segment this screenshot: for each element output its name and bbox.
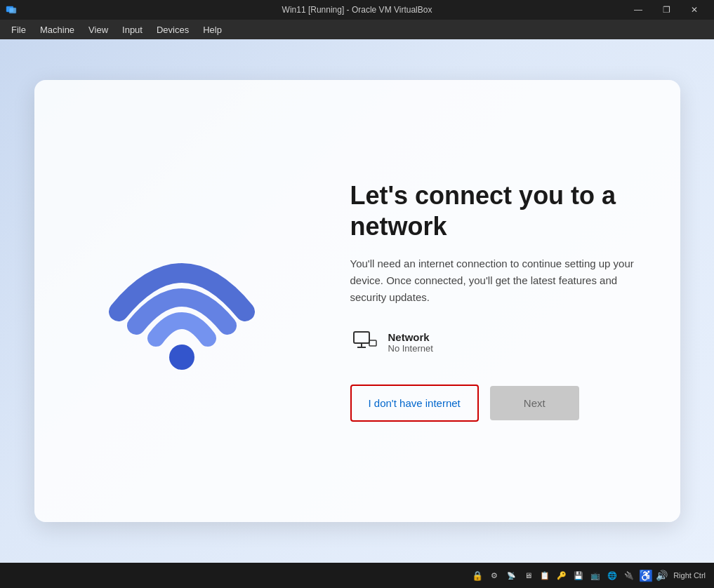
tray-icon-1: 🔒	[470, 568, 484, 582]
tray-icon-8: 📺	[588, 568, 602, 582]
accessibility-icon: ♿	[639, 569, 653, 582]
menu-bar: File Machine View Input Devices Help	[0, 20, 714, 39]
wifi-illustration	[105, 224, 259, 378]
taskbar: 🔒 ⚙ 📡 🖥 📋 🔑 💾 📺 🌐 🔌 ♿ 🔊 Right Ctrl	[0, 563, 714, 588]
svg-rect-3	[354, 332, 369, 343]
tray-icon-5: 📋	[538, 568, 552, 582]
network-icon-wrapper	[350, 328, 378, 356]
network-item: Network No Internet	[350, 328, 645, 356]
minimize-button[interactable]: —	[624, 0, 652, 20]
title-bar-controls: — ❐ ✕	[624, 0, 708, 20]
svg-rect-1	[9, 8, 16, 13]
buttons-area: I don't have internet Next	[350, 385, 645, 422]
tray-icon-6: 🔑	[555, 568, 569, 582]
taskbar-system-icons: 🔒 ⚙ 📡 🖥 📋 🔑 💾 📺 🌐 🔌 ♿ 🔊 Right Ctrl	[470, 568, 706, 582]
title-bar-left	[6, 4, 17, 15]
right-ctrl-label: Right Ctrl	[673, 571, 706, 580]
tray-icon-7: 💾	[571, 568, 586, 582]
menu-input[interactable]: Input	[117, 22, 148, 37]
tray-icon-9: 🌐	[605, 568, 619, 582]
no-internet-button[interactable]: I don't have internet	[350, 385, 479, 422]
setup-title: Let's connect you to a network	[350, 180, 645, 241]
network-info: Network No Internet	[388, 331, 433, 354]
tray-icon-2: ⚙	[487, 568, 501, 582]
network-status: No Internet	[388, 343, 433, 354]
close-button[interactable]: ✕	[680, 0, 708, 20]
svg-rect-6	[369, 340, 376, 346]
network-icon	[351, 329, 378, 356]
left-panel	[34, 80, 329, 522]
window-title: Win11 [Running] - Oracle VM VirtualBox	[282, 5, 432, 15]
menu-machine[interactable]: Machine	[34, 22, 80, 37]
volume-icon: 🔊	[656, 570, 668, 581]
menu-file[interactable]: File	[6, 22, 32, 37]
wifi-icon	[108, 227, 256, 375]
setup-card: Let's connect you to a network You'll ne…	[34, 80, 680, 522]
next-button[interactable]: Next	[490, 386, 579, 420]
virtualbox-icon	[6, 4, 17, 15]
menu-view[interactable]: View	[83, 22, 114, 37]
menu-help[interactable]: Help	[197, 22, 227, 37]
title-bar: Win11 [Running] - Oracle VM VirtualBox —…	[0, 0, 714, 20]
svg-point-2	[169, 345, 194, 370]
restore-button[interactable]: ❐	[652, 0, 680, 20]
network-label: Network	[388, 331, 433, 343]
setup-description: You'll need an internet connection to co…	[350, 255, 645, 306]
menu-devices[interactable]: Devices	[151, 22, 194, 37]
tray-icon-10: 🔌	[622, 568, 636, 582]
content-area: Let's connect you to a network You'll ne…	[0, 39, 714, 563]
tray-icon-3: 📡	[504, 568, 518, 582]
right-panel: Let's connect you to a network You'll ne…	[329, 80, 680, 522]
tray-icon-4: 🖥	[521, 568, 535, 582]
